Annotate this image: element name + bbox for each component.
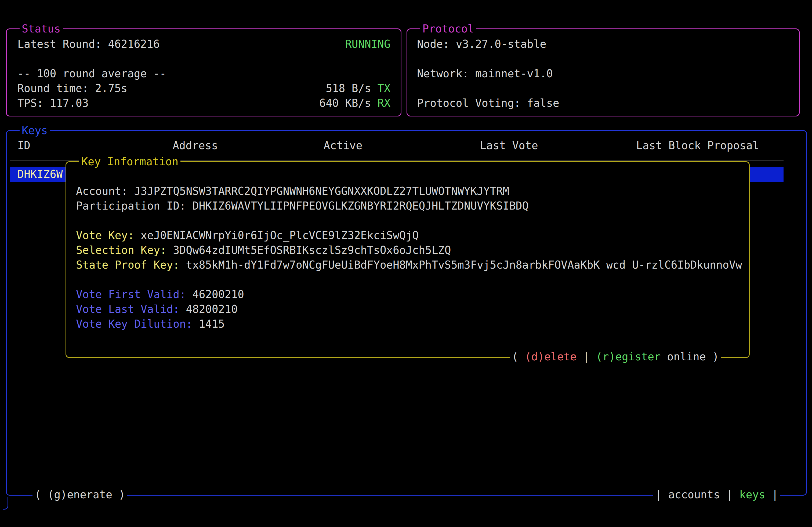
vote-first-valid-value: 46200210 (192, 288, 244, 301)
status-panel: Status Latest Round: 46216216 RUNNING --… (6, 28, 402, 117)
register-online-button[interactable]: (r)egister (596, 350, 661, 363)
vote-last-valid-label: Vote Last Valid: (76, 303, 179, 315)
tabs-mid-divider: | (720, 488, 739, 501)
vote-key-value: xeJ0ENIACWNrpYi0r6IjOc_PlcVCE9lZ32EkciSw… (141, 229, 419, 241)
protocol-panel-title: Protocol (420, 21, 476, 36)
vote-first-valid-row: Vote First Valid:46200210 (76, 287, 244, 302)
vote-last-valid-value: 48200210 (186, 303, 238, 315)
participation-id-value: DHKIZ6WAVTYLIIPNFPEOVGLKZGNBYRI2RQEQJHLT… (192, 200, 528, 212)
selection-key-row: Selection Key:3DQw64zdIUMt5EfOSRBIKsczlS… (76, 243, 451, 258)
round-time-text: Round time: 2.75s (17, 81, 127, 96)
state-proof-key-label: State Proof Key: (76, 259, 179, 271)
column-header-address: Address (173, 138, 218, 153)
selection-key-value: 3DQw64zdIUMt5EfOSRBIKsczlSz9chTsOx6oJch5… (173, 244, 451, 256)
vote-last-valid-row: Vote Last Valid:48200210 (76, 302, 238, 317)
keys-panel-title: Keys (19, 123, 50, 138)
vote-key-dilution-value: 1415 (199, 318, 224, 330)
selection-key-label: Selection Key: (76, 244, 166, 256)
protocol-voting-text: Protocol Voting: false (417, 96, 559, 110)
account-value: J3JPZTQ5NSW3TARRC2QIYPGNWNH6NEYGGNXXKODL… (134, 185, 509, 197)
status-panel-title: Status (19, 21, 63, 36)
actions-open-paren: ( (512, 350, 525, 363)
border-corner-glyph (3, 497, 8, 510)
vote-key-dilution-label: Vote Key Dilution: (76, 318, 192, 330)
tabs-end-divider: | (765, 488, 778, 501)
participation-id-row: Participation ID:DHKIZ6WAVTYLIIPNFPEOVGL… (76, 199, 529, 213)
tx-rate-line: 518 B/s TX (326, 81, 390, 96)
actions-close-paren: online ) (661, 350, 719, 363)
generate-button[interactable]: ( (g)enerate ) (32, 487, 127, 502)
rx-rate-value: 640 KB/s (319, 97, 378, 109)
terminal-screen: Status Latest Round: 46216216 RUNNING --… (0, 0, 812, 527)
vote-first-valid-label: Vote First Valid: (76, 288, 186, 301)
column-header-id: ID (17, 138, 30, 153)
delete-button[interactable]: (d)elete (525, 350, 577, 363)
protocol-panel: Protocol Node: v3.27.0-stable Network: m… (407, 28, 800, 117)
round-average-header: -- 100 round average -- (17, 66, 166, 81)
key-information-dialog: Key Information Account:J3JPZTQ5NSW3TARR… (66, 161, 750, 358)
state-proof-key-value: tx85kM1h-dY1Fd7w7oNCgFUeUiBdFYoeH8MxPhTv… (186, 259, 742, 271)
latest-round-text: Latest Round: 46216216 (17, 37, 160, 51)
tx-rate-value: 518 B/s (326, 82, 378, 94)
vote-key-row: Vote Key:xeJ0ENIACWNrpYi0r6IjOc_PlcVCE9l… (76, 228, 419, 243)
participation-id-label: Participation ID: (76, 200, 186, 212)
rx-rate-unit: RX (378, 97, 390, 109)
column-header-last-block-proposal: Last Block Proposal (636, 138, 759, 153)
tx-rate-unit: TX (378, 82, 390, 94)
node-version-text: Node: v3.27.0-stable (417, 37, 547, 51)
tab-accounts[interactable]: accounts (668, 488, 720, 501)
key-actions: ( (d)elete | (r)egister online ) (510, 349, 721, 364)
column-header-last-vote: Last Vote (480, 138, 538, 153)
state-proof-key-row: State Proof Key:tx85kM1h-dY1Fd7w7oNCgFUe… (76, 258, 742, 272)
account-row: Account:J3JPZTQ5NSW3TARRC2QIYPGNWNH6NEYG… (76, 184, 509, 199)
vote-key-dilution-row: Vote Key Dilution:1415 (76, 317, 225, 331)
network-text: Network: mainnet-v1.0 (417, 66, 553, 81)
vote-key-label: Vote Key: (76, 229, 134, 241)
view-tabs: | accounts | keys | (653, 487, 780, 502)
tps-text: TPS: 117.03 (17, 96, 89, 110)
node-state-badge: RUNNING (345, 37, 390, 51)
account-label: Account: (76, 185, 128, 197)
key-information-title: Key Information (79, 154, 180, 169)
tabs-lead-divider: | (655, 488, 668, 501)
rx-rate-line: 640 KB/s RX (319, 96, 390, 110)
tab-keys[interactable]: keys (740, 488, 765, 501)
column-header-active: Active (323, 138, 362, 153)
actions-divider: | (577, 350, 596, 363)
